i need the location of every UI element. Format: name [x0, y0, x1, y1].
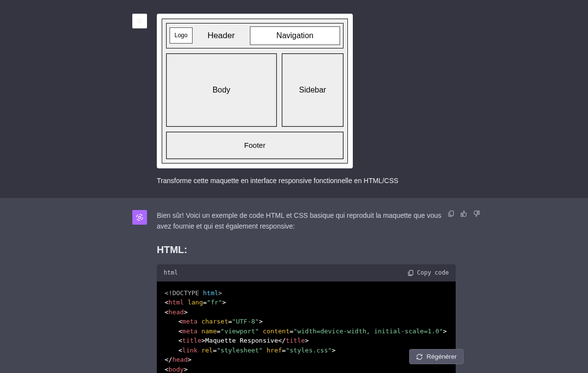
regenerate-label: Régénérer: [427, 353, 457, 360]
regenerate-button[interactable]: Régénérer: [409, 349, 464, 364]
clipboard-icon: [407, 269, 414, 276]
copy-code-label: Copy code: [417, 268, 449, 278]
thumbs-up-icon: [460, 210, 467, 217]
thumbs-down-icon: [473, 210, 480, 217]
uploaded-image-wireframe: Logo Header Navigation Body Sidebar Foot…: [157, 14, 353, 168]
wireframe-navigation-box: Navigation: [250, 26, 340, 45]
wireframe-body-box: Body: [166, 53, 277, 127]
wireframe-footer-box: Footer: [166, 132, 343, 159]
copy-code-button[interactable]: Copy code: [407, 268, 449, 278]
user-avatar: ☺: [132, 14, 147, 28]
svg-rect-2: [450, 211, 454, 215]
clipboard-icon: [447, 210, 455, 217]
thumbs-up-button[interactable]: [460, 210, 467, 218]
assistant-avatar: [132, 210, 147, 225]
wireframe-logo-box: Logo: [170, 27, 193, 44]
openai-logo-icon: [135, 213, 144, 222]
code-section-heading: HTML:: [157, 242, 456, 257]
user-prompt-text: Transforme cette maquette en interface r…: [157, 175, 456, 186]
code-block-header: html Copy code: [157, 264, 456, 281]
svg-rect-1: [410, 271, 413, 275]
thumbs-down-button[interactable]: [472, 210, 480, 218]
assistant-intro-text: Bien sûr! Voici un exemple de code HTML …: [157, 210, 456, 232]
svg-point-0: [139, 216, 141, 219]
copy-message-button[interactable]: [447, 210, 455, 218]
wireframe-header-label: Header: [197, 29, 245, 42]
wireframe-sidebar-box: Sidebar: [282, 53, 343, 127]
assistant-message-row: Bien sûr! Voici un exemple de code HTML …: [0, 198, 588, 373]
user-message-row: ☺ Logo Header Navigation Body Sidebar F: [0, 0, 588, 198]
code-language-label: html: [164, 268, 178, 278]
assistant-message-actions: [447, 210, 480, 218]
refresh-icon: [416, 353, 423, 360]
